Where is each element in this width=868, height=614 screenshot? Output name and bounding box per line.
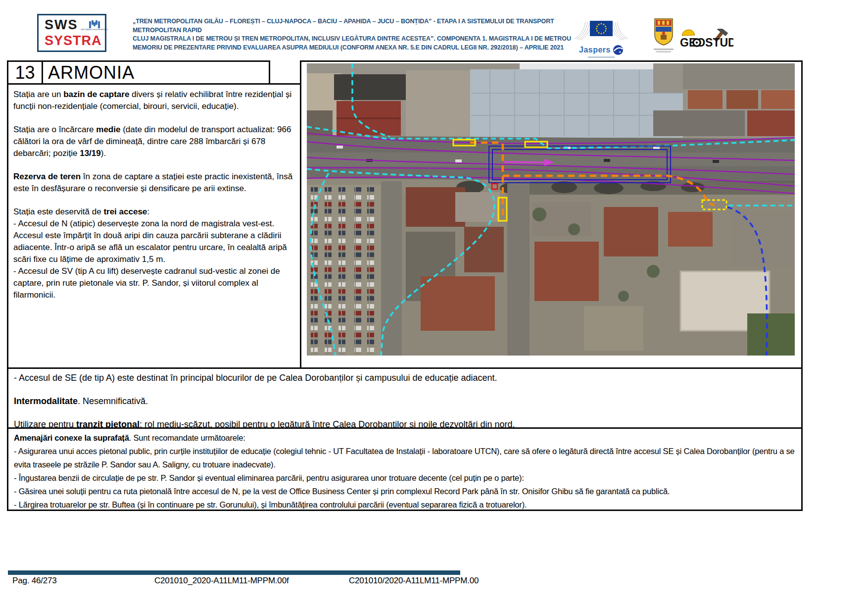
- satellite-imagery: [307, 63, 795, 356]
- cluj-shield-icon: [654, 18, 674, 46]
- station-name: ARMONIA: [42, 60, 270, 85]
- paragraph: Intermodalitate. Nesemnificativă.: [14, 396, 796, 407]
- paragraph: - Îngustarea benzii de circulație de pe …: [14, 471, 796, 485]
- paragraph: Stația este deservită de trei accese:: [13, 206, 295, 218]
- metrans-subtext: METRANS ENGINEERING: [81, 28, 108, 31]
- document-code-center: C201010_2020-A11LM11-MPPM.00f: [154, 576, 289, 586]
- cluj-caption-line: [654, 49, 674, 50]
- systra-logo-text: SYSTRA: [45, 33, 105, 48]
- station-description-panel: Stația are un bazin de captare divers și…: [7, 83, 301, 369]
- paragraph: - Accesul de SV (tip A cu lift) deserveș…: [13, 265, 295, 301]
- page-number: Pag. 46/273: [12, 576, 57, 586]
- paragraph: Stația are un bazin de captare divers și…: [13, 89, 295, 112]
- aerial-map-panel: [300, 60, 803, 369]
- header-line-3: MEMORIU DE PREZENTARE PRIVIND EVALUAREA …: [133, 44, 573, 52]
- jaspers-tagline: [588, 56, 615, 58]
- jaspers-swirl-icon: [613, 45, 624, 55]
- cluj-caption-line2: [656, 51, 671, 52]
- eu-jaspers-logo: Jaspers: [572, 18, 631, 58]
- document-code-right: C201010/2020-A11LM11-MPPM.00: [349, 576, 479, 586]
- paragraph: - Accesul de N (atipic) deservește zona …: [13, 218, 295, 265]
- paragraph: - Accesul de SE (de tip A) este destinat…: [14, 372, 796, 384]
- paragraph: Amenajări conexe la suprafață. Sunt reco…: [14, 431, 796, 445]
- aerial-photo: [307, 63, 795, 356]
- paragraph: Rezerva de teren în zona de captare a st…: [13, 171, 295, 195]
- cluj-coat-of-arms: [652, 18, 675, 52]
- paragraph: - Asigurarea unui acces pietonal public,…: [14, 445, 796, 471]
- header-line-2: CLUJ MAGISTRALA I DE METROU ȘI TREN METR…: [133, 35, 573, 44]
- geostud-logo: GEOSTUD: [679, 29, 733, 52]
- hardhat-icon: [682, 30, 695, 36]
- document-page: SWS METRANS ENGINEERING SYSTRA „TREN MET…: [0, 0, 868, 614]
- paragraph: - Găsirea unei soluții pentru ca ruta pi…: [14, 485, 796, 498]
- station-number: 13: [7, 60, 43, 85]
- metrans-m-icon: METRANS ENGINEERING: [81, 20, 108, 31]
- eu-flag-icon: [574, 18, 629, 42]
- header-line-1: „TREN METROPOLITAN GILĂU – FLOREȘTI – CL…: [133, 17, 573, 35]
- paragraph: - Lărgirea trotuarelor pe str. Buftea (ș…: [14, 498, 796, 512]
- document-header-title: „TREN METROPOLITAN GILĂU – FLOREȘTI – CL…: [133, 17, 573, 52]
- jaspers-logo-text: Jaspers: [579, 46, 611, 54]
- sws-systra-logo: SWS METRANS ENGINEERING SYSTRA: [37, 14, 106, 52]
- paragraph: Stația are o încărcare medie (date din m…: [13, 124, 295, 159]
- geostud-logo-text: GEOSTUD: [680, 36, 733, 49]
- sws-logo-text: SWS: [45, 17, 78, 32]
- footer-rule: [8, 570, 460, 575]
- station-notes-panel: - Accesul de SE (de tip A) este destinat…: [7, 367, 803, 429]
- surface-recommendations-panel: Amenajări conexe la suprafață. Sunt reco…: [7, 427, 803, 511]
